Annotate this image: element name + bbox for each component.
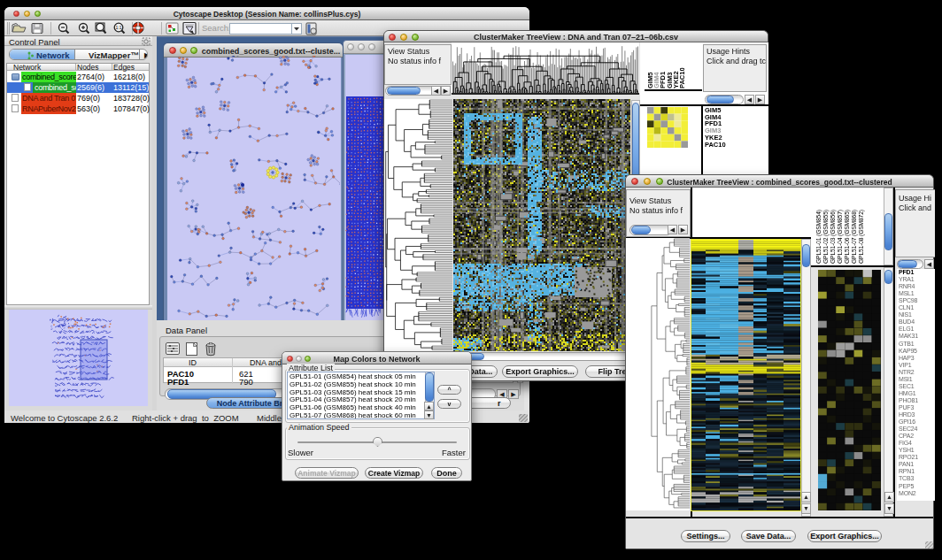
svg-text:1:1: 1:1: [116, 25, 122, 30]
svg-text:Search:: Search:: [202, 23, 231, 33]
